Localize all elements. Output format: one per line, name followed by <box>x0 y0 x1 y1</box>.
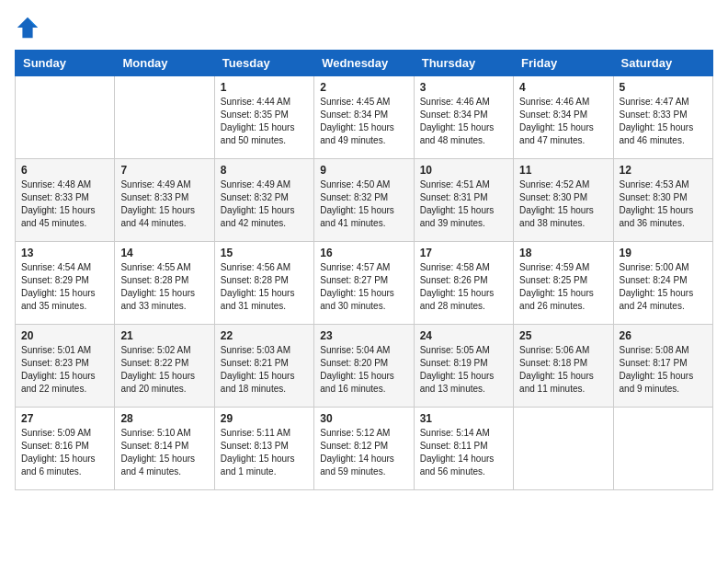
day-number: 12 <box>620 164 707 177</box>
day-number: 28 <box>120 412 208 425</box>
weekday-header-tuesday: Tuesday <box>214 51 313 76</box>
weekday-header-row: SundayMondayTuesdayWednesdayThursdayFrid… <box>16 51 713 76</box>
cell-info: Sunrise: 4:49 AMSunset: 8:33 PMDaylight:… <box>120 178 208 230</box>
calendar-cell: 26Sunrise: 5:08 AMSunset: 8:17 PMDayligh… <box>613 325 712 408</box>
calendar-cell: 30Sunrise: 5:12 AMSunset: 8:12 PMDayligh… <box>314 408 414 490</box>
cell-info: Sunrise: 5:05 AMSunset: 8:19 PMDaylight:… <box>420 344 507 396</box>
calendar-week-4: 20Sunrise: 5:01 AMSunset: 8:23 PMDayligh… <box>16 325 713 408</box>
cell-info: Sunrise: 5:10 AMSunset: 8:14 PMDaylight:… <box>120 427 208 478</box>
cell-info: Sunrise: 4:48 AMSunset: 8:33 PMDaylight:… <box>21 178 108 230</box>
cell-info: Sunrise: 4:54 AMSunset: 8:29 PMDaylight:… <box>21 261 108 313</box>
day-number: 5 <box>620 81 707 94</box>
calendar-cell <box>514 408 613 490</box>
day-number: 21 <box>120 329 208 342</box>
weekday-header-sunday: Sunday <box>16 51 115 76</box>
calendar-cell: 16Sunrise: 4:57 AMSunset: 8:27 PMDayligh… <box>314 242 414 325</box>
cell-info: Sunrise: 5:01 AMSunset: 8:23 PMDaylight:… <box>21 344 108 396</box>
calendar-cell: 22Sunrise: 5:03 AMSunset: 8:21 PMDayligh… <box>214 325 313 408</box>
day-number: 14 <box>120 247 208 259</box>
cell-info: Sunrise: 5:06 AMSunset: 8:18 PMDaylight:… <box>519 344 607 396</box>
calendar-cell: 27Sunrise: 5:09 AMSunset: 8:16 PMDayligh… <box>16 408 115 490</box>
calendar-week-1: 1Sunrise: 4:44 AMSunset: 8:35 PMDaylight… <box>16 76 713 159</box>
day-number: 10 <box>420 164 507 177</box>
calendar-cell: 5Sunrise: 4:47 AMSunset: 8:33 PMDaylight… <box>613 76 712 159</box>
calendar-cell <box>613 408 712 490</box>
day-number: 7 <box>120 164 208 177</box>
day-number: 31 <box>420 412 507 425</box>
calendar-cell: 18Sunrise: 4:59 AMSunset: 8:25 PMDayligh… <box>514 242 613 325</box>
day-number: 27 <box>21 412 108 425</box>
cell-info: Sunrise: 4:55 AMSunset: 8:28 PMDaylight:… <box>120 261 208 313</box>
calendar-cell: 12Sunrise: 4:53 AMSunset: 8:30 PMDayligh… <box>613 159 712 242</box>
calendar-cell: 3Sunrise: 4:46 AMSunset: 8:34 PMDaylight… <box>414 76 513 159</box>
calendar-cell: 14Sunrise: 4:55 AMSunset: 8:28 PMDayligh… <box>115 242 214 325</box>
cell-info: Sunrise: 5:02 AMSunset: 8:22 PMDaylight:… <box>120 344 208 396</box>
calendar-cell: 15Sunrise: 4:56 AMSunset: 8:28 PMDayligh… <box>214 242 313 325</box>
day-number: 1 <box>221 81 308 94</box>
cell-info: Sunrise: 4:52 AMSunset: 8:30 PMDaylight:… <box>519 178 607 230</box>
calendar-week-3: 13Sunrise: 4:54 AMSunset: 8:29 PMDayligh… <box>16 242 713 325</box>
day-number: 18 <box>519 247 607 259</box>
day-number: 17 <box>420 247 507 259</box>
calendar-cell: 8Sunrise: 4:49 AMSunset: 8:32 PMDaylight… <box>214 159 313 242</box>
calendar-cell <box>115 76 214 159</box>
cell-info: Sunrise: 5:14 AMSunset: 8:11 PMDaylight:… <box>420 427 507 478</box>
calendar-cell: 31Sunrise: 5:14 AMSunset: 8:11 PMDayligh… <box>414 408 513 490</box>
cell-info: Sunrise: 4:46 AMSunset: 8:34 PMDaylight:… <box>420 96 507 147</box>
weekday-header-wednesday: Wednesday <box>314 51 414 76</box>
day-number: 30 <box>320 412 407 425</box>
cell-info: Sunrise: 4:46 AMSunset: 8:34 PMDaylight:… <box>519 96 607 147</box>
day-number: 20 <box>21 329 108 342</box>
cell-info: Sunrise: 5:00 AMSunset: 8:24 PMDaylight:… <box>620 261 707 313</box>
cell-info: Sunrise: 4:51 AMSunset: 8:31 PMDaylight:… <box>420 178 507 230</box>
cell-info: Sunrise: 4:44 AMSunset: 8:35 PMDaylight:… <box>221 96 308 147</box>
cell-info: Sunrise: 5:12 AMSunset: 8:12 PMDaylight:… <box>320 427 407 478</box>
calendar-cell: 9Sunrise: 4:50 AMSunset: 8:32 PMDaylight… <box>314 159 414 242</box>
day-number: 29 <box>221 412 308 425</box>
calendar-cell: 29Sunrise: 5:11 AMSunset: 8:13 PMDayligh… <box>214 408 313 490</box>
page-header <box>15 15 713 40</box>
day-number: 24 <box>420 329 507 342</box>
calendar-week-5: 27Sunrise: 5:09 AMSunset: 8:16 PMDayligh… <box>16 408 713 490</box>
cell-info: Sunrise: 4:59 AMSunset: 8:25 PMDaylight:… <box>519 261 607 313</box>
cell-info: Sunrise: 5:04 AMSunset: 8:20 PMDaylight:… <box>320 344 407 396</box>
day-number: 9 <box>320 164 407 177</box>
cell-info: Sunrise: 4:53 AMSunset: 8:30 PMDaylight:… <box>620 178 707 230</box>
day-number: 4 <box>519 81 607 94</box>
day-number: 11 <box>519 164 607 177</box>
weekday-header-friday: Friday <box>514 51 613 76</box>
cell-info: Sunrise: 5:09 AMSunset: 8:16 PMDaylight:… <box>21 427 108 478</box>
calendar-cell: 6Sunrise: 4:48 AMSunset: 8:33 PMDaylight… <box>16 159 115 242</box>
calendar-table: SundayMondayTuesdayWednesdayThursdayFrid… <box>15 50 713 490</box>
day-number: 19 <box>620 247 707 259</box>
weekday-header-monday: Monday <box>115 51 214 76</box>
cell-info: Sunrise: 4:56 AMSunset: 8:28 PMDaylight:… <box>221 261 308 313</box>
calendar-cell <box>16 76 115 159</box>
day-number: 6 <box>21 164 108 177</box>
calendar-cell: 23Sunrise: 5:04 AMSunset: 8:20 PMDayligh… <box>314 325 414 408</box>
day-number: 25 <box>519 329 607 342</box>
svg-marker-0 <box>17 17 38 38</box>
weekday-header-saturday: Saturday <box>613 51 712 76</box>
logo-icon <box>15 15 40 40</box>
calendar-cell: 2Sunrise: 4:45 AMSunset: 8:34 PMDaylight… <box>314 76 414 159</box>
day-number: 2 <box>320 81 407 94</box>
calendar-cell: 20Sunrise: 5:01 AMSunset: 8:23 PMDayligh… <box>16 325 115 408</box>
day-number: 15 <box>221 247 308 259</box>
day-number: 26 <box>620 329 707 342</box>
calendar-cell: 17Sunrise: 4:58 AMSunset: 8:26 PMDayligh… <box>414 242 513 325</box>
calendar-cell: 11Sunrise: 4:52 AMSunset: 8:30 PMDayligh… <box>514 159 613 242</box>
calendar-cell: 7Sunrise: 4:49 AMSunset: 8:33 PMDaylight… <box>115 159 214 242</box>
day-number: 8 <box>221 164 308 177</box>
calendar-cell: 24Sunrise: 5:05 AMSunset: 8:19 PMDayligh… <box>414 325 513 408</box>
day-number: 23 <box>320 329 407 342</box>
cell-info: Sunrise: 4:47 AMSunset: 8:33 PMDaylight:… <box>620 96 707 147</box>
day-number: 3 <box>420 81 507 94</box>
calendar-week-2: 6Sunrise: 4:48 AMSunset: 8:33 PMDaylight… <box>16 159 713 242</box>
cell-info: Sunrise: 4:57 AMSunset: 8:27 PMDaylight:… <box>320 261 407 313</box>
weekday-header-thursday: Thursday <box>414 51 513 76</box>
cell-info: Sunrise: 4:58 AMSunset: 8:26 PMDaylight:… <box>420 261 507 313</box>
cell-info: Sunrise: 5:03 AMSunset: 8:21 PMDaylight:… <box>221 344 308 396</box>
calendar-cell: 28Sunrise: 5:10 AMSunset: 8:14 PMDayligh… <box>115 408 214 490</box>
logo <box>15 15 44 40</box>
